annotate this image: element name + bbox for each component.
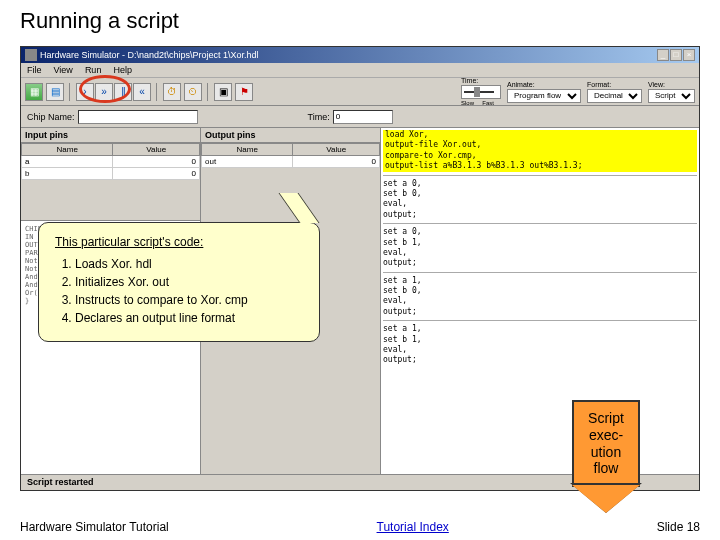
time-field-label: Time: — [308, 112, 330, 122]
load-script-button[interactable]: ▤ — [46, 83, 64, 101]
table-row[interactable]: a0 — [22, 156, 200, 168]
chip-name-field[interactable] — [78, 110, 198, 124]
window-controls: _ □ × — [657, 49, 695, 61]
speed-hint: Slow Fast — [461, 100, 501, 106]
tutorial-index-link[interactable]: Tutorial Index — [377, 520, 449, 534]
eval-button[interactable]: ⏱ — [163, 83, 181, 101]
slide-number: Slide 18 — [657, 520, 700, 534]
col-name: Name — [22, 144, 113, 156]
app-icon — [25, 49, 37, 61]
rewind-button[interactable]: « — [133, 83, 151, 101]
callout-item: Initializes Xor. out — [75, 275, 303, 289]
highlight-ellipse — [79, 75, 131, 103]
menubar: File View Run Help — [21, 63, 699, 78]
load-chip-button[interactable]: ▦ — [25, 83, 43, 101]
speed-slider[interactable] — [461, 85, 501, 99]
col-value: Value — [113, 144, 200, 156]
callout-item: Loads Xor. hdl — [75, 257, 303, 271]
callout-item: Instructs to compare to Xor. cmp — [75, 293, 303, 307]
script-pane: load Xor, output-file Xor.out, compare-t… — [381, 128, 699, 478]
annotation-callout: This particular script's code: Loads Xor… — [38, 222, 320, 342]
menu-view[interactable]: View — [54, 65, 73, 75]
view-select[interactable]: Script — [648, 89, 695, 103]
table-row[interactable]: b0 — [22, 168, 200, 180]
slide-footer: Hardware Simulator Tutorial Tutorial Ind… — [20, 520, 700, 534]
flag-button[interactable]: ⚑ — [235, 83, 253, 101]
menu-help[interactable]: Help — [113, 65, 132, 75]
format-select[interactable]: Decimal — [587, 89, 642, 103]
view-label: View: — [648, 81, 695, 88]
close-button[interactable]: × — [683, 49, 695, 61]
flow-text: Script exec-ution flow — [588, 410, 624, 476]
callout-item: Declares an output line format — [75, 311, 303, 325]
minimize-button[interactable]: _ — [657, 49, 669, 61]
time-field[interactable] — [333, 110, 393, 124]
format-label: Format: — [587, 81, 642, 88]
table-row[interactable]: out0 — [202, 156, 380, 168]
maximize-button[interactable]: □ — [670, 49, 682, 61]
animate-select[interactable]: Program flow — [507, 89, 581, 103]
time-label: Time: — [461, 77, 501, 84]
callout-title: This particular script's code: — [55, 235, 303, 249]
input-pins-table: NameValue a0 b0 — [21, 143, 200, 180]
window-title: Hardware Simulator - D:\nand2t\chips\Pro… — [40, 50, 657, 60]
animate-label: Animate: — [507, 81, 581, 88]
tick-button[interactable]: ⏲ — [184, 83, 202, 101]
chip-name-label: Chip Name: — [27, 112, 75, 122]
down-arrow-icon — [572, 485, 640, 513]
input-pins-header: Input pins — [21, 128, 200, 143]
screen-button[interactable]: ▣ — [214, 83, 232, 101]
info-bar: Chip Name: Time: — [21, 106, 699, 128]
slide-title: Running a script — [0, 0, 720, 46]
output-pins-table: NameValue out0 — [201, 143, 380, 168]
script-highlight: load Xor, output-file Xor.out, compare-t… — [383, 130, 697, 172]
footer-left: Hardware Simulator Tutorial — [20, 520, 169, 534]
titlebar: Hardware Simulator - D:\nand2t\chips\Pro… — [21, 47, 699, 63]
toolbar: ▦ ▤ › » ‖ « ⏱ ⏲ ▣ ⚑ Time: Slow Fast Anim… — [21, 78, 699, 106]
output-pins-header: Output pins — [201, 128, 380, 143]
speed-control: Time: Slow Fast — [461, 77, 501, 106]
menu-file[interactable]: File — [27, 65, 42, 75]
menu-run[interactable]: Run — [85, 65, 102, 75]
